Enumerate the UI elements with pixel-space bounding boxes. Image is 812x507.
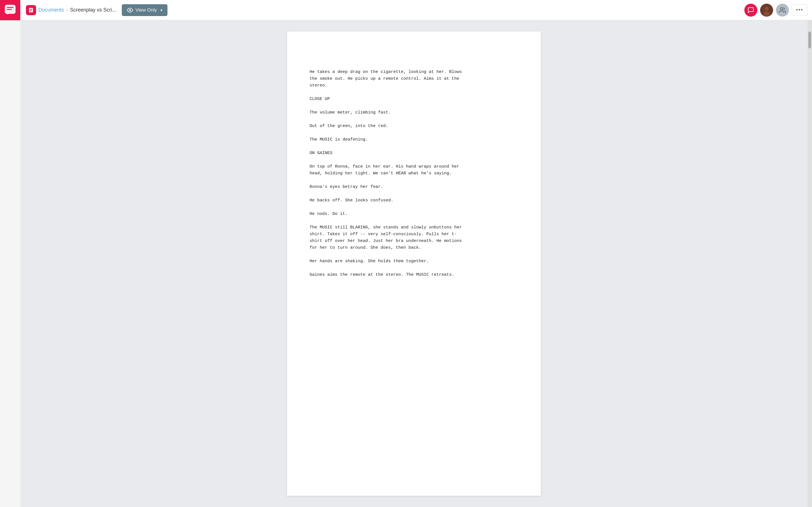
svg-rect-8 bbox=[30, 11, 31, 11]
screenplay-block: The volume meter, climbing fast. bbox=[310, 109, 518, 116]
screenplay-block: Out of the green, into the red. bbox=[310, 123, 518, 129]
svg-rect-3 bbox=[7, 9, 12, 10]
screenplay-block: Ronna's eyes betray her fear. bbox=[310, 184, 518, 190]
avatar[interactable] bbox=[760, 4, 773, 17]
left-sidebar bbox=[0, 20, 20, 507]
app-logo bbox=[0, 0, 20, 20]
svg-point-9 bbox=[130, 9, 131, 11]
chat-icon-button[interactable] bbox=[744, 4, 757, 17]
screenplay-block: Gaines aims the remote at the stereo. Th… bbox=[310, 272, 518, 278]
svg-point-13 bbox=[780, 8, 783, 10]
people-icon-button[interactable] bbox=[776, 4, 789, 17]
screenplay-block: The MUSIC is deafening. bbox=[310, 136, 518, 143]
screenplay-block: He takes a deep drag on the cigarette, l… bbox=[310, 69, 518, 89]
screenplay-block: He nods. Do it. bbox=[310, 211, 518, 217]
view-only-label: View Only bbox=[135, 7, 157, 13]
topbar: Documents › Screenplay vs Scri... View O… bbox=[0, 0, 812, 20]
svg-rect-2 bbox=[7, 7, 13, 8]
document-page: He takes a deep drag on the cigarette, l… bbox=[287, 32, 541, 496]
screenplay-block: On top of Ronna, face in her ear. His ha… bbox=[310, 163, 518, 177]
screenplay-block: The MUSIC still BLARING, she stands and … bbox=[310, 224, 518, 251]
svg-point-11 bbox=[765, 7, 769, 11]
svg-rect-6 bbox=[30, 9, 32, 10]
screenplay-block: He backs off. She looks confused. bbox=[310, 197, 518, 204]
document-area[interactable]: He takes a deep drag on the cigarette, l… bbox=[20, 20, 808, 507]
main-layout: He takes a deep drag on the cigarette, l… bbox=[0, 20, 812, 507]
view-only-button[interactable]: View Only ▾ bbox=[122, 4, 167, 16]
breadcrumb-separator: › bbox=[66, 8, 68, 13]
breadcrumb: Documents › Screenplay vs Scri... bbox=[26, 5, 116, 15]
chevron-down-icon: ▾ bbox=[160, 8, 162, 12]
topbar-right: ••• bbox=[744, 4, 808, 17]
screenplay-block: Her hands are shaking. She holds them to… bbox=[310, 258, 518, 265]
screenplay-content: He takes a deep drag on the cigarette, l… bbox=[310, 48, 518, 278]
document-icon bbox=[26, 5, 36, 15]
more-options-button[interactable]: ••• bbox=[792, 4, 808, 16]
svg-rect-7 bbox=[30, 10, 32, 10]
svg-point-12 bbox=[763, 11, 770, 16]
scrollbar-thumb[interactable] bbox=[808, 32, 811, 48]
scrollbar[interactable] bbox=[808, 20, 812, 507]
screenplay-block: CLOSE UP bbox=[310, 96, 518, 103]
breadcrumb-documents-link[interactable]: Documents bbox=[38, 7, 64, 13]
screenplay-block: ON GAINES bbox=[310, 150, 518, 157]
breadcrumb-doc-title: Screenplay vs Scri... bbox=[70, 7, 116, 13]
